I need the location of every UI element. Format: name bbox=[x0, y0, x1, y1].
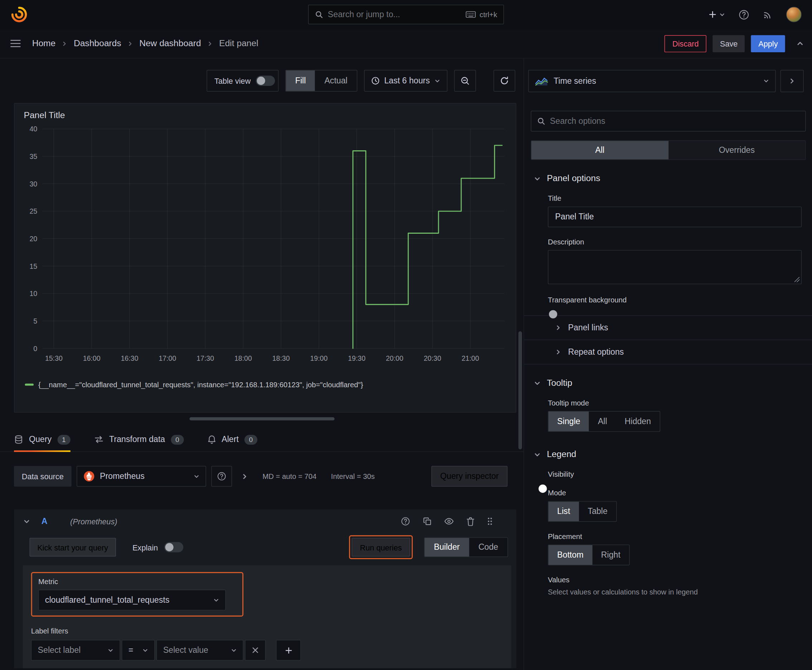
tab-alert-label: Alert bbox=[222, 435, 239, 444]
table-view-toggle[interactable] bbox=[256, 76, 275, 86]
builder-option[interactable]: Builder bbox=[425, 538, 469, 557]
trash-icon[interactable] bbox=[466, 517, 475, 526]
breadcrumb-home[interactable]: Home bbox=[32, 38, 56, 49]
panel-links-section[interactable]: Panel links bbox=[524, 316, 812, 340]
query-count-badge: 1 bbox=[57, 435, 70, 444]
drag-handle-icon[interactable] bbox=[487, 517, 492, 525]
chevron-down-icon bbox=[108, 648, 114, 653]
max-data-points: MD = auto = 704 bbox=[263, 472, 317, 481]
apply-button[interactable]: Apply bbox=[751, 35, 785, 52]
panel-title-input[interactable]: Panel Title bbox=[548, 206, 802, 227]
kick-start-button[interactable]: Kick start your query bbox=[29, 538, 116, 557]
menu-icon[interactable] bbox=[10, 39, 21, 47]
query-ref-id[interactable]: A bbox=[42, 517, 47, 526]
fill-actual-switch: Fill Actual bbox=[285, 70, 357, 91]
tab-alert[interactable]: Alert 0 bbox=[208, 428, 258, 452]
time-range-picker[interactable]: Last 6 hours bbox=[364, 70, 448, 91]
panel-title: Panel Title bbox=[19, 108, 512, 121]
search-placeholder: Search or jump to... bbox=[328, 10, 400, 19]
remove-filter-button[interactable] bbox=[245, 640, 266, 661]
refresh-button[interactable] bbox=[493, 70, 515, 91]
chevron-up-icon[interactable] bbox=[797, 40, 804, 47]
legend-placement-bottom-option[interactable]: Bottom bbox=[549, 545, 592, 565]
tab-all[interactable]: All bbox=[531, 140, 668, 159]
run-queries-button[interactable]: Run queries bbox=[352, 538, 410, 557]
chevron-down-icon bbox=[214, 597, 219, 603]
metric-select[interactable]: cloudflared_tunnel_total_requests bbox=[38, 589, 226, 610]
database-icon bbox=[14, 435, 23, 444]
user-avatar[interactable] bbox=[786, 7, 802, 22]
chevron-down-icon bbox=[763, 78, 769, 84]
timeseries-chart: 051015202530354015:3016:0016:3017:0017:3… bbox=[19, 122, 512, 378]
legend-mode-list-option[interactable]: List bbox=[549, 502, 579, 521]
resize-grip-icon[interactable] bbox=[795, 277, 800, 282]
tab-overrides[interactable]: Overrides bbox=[668, 140, 805, 159]
visualization-picker[interactable]: Time series bbox=[528, 70, 775, 92]
svg-text:17:00: 17:00 bbox=[159, 354, 176, 362]
query-options-expander[interactable] bbox=[241, 473, 248, 480]
tab-query[interactable]: Query 1 bbox=[14, 428, 70, 452]
section-legend[interactable]: Legend bbox=[524, 431, 812, 460]
legend-placement-right-option[interactable]: Right bbox=[592, 545, 629, 565]
new-dropdown-button[interactable] bbox=[709, 10, 725, 19]
breadcrumb-new-dashboard[interactable]: New dashboard bbox=[139, 38, 201, 49]
duplicate-icon[interactable] bbox=[423, 517, 431, 525]
explain-toggle[interactable] bbox=[164, 542, 183, 552]
grafana-app: Search or jump to... ctrl+k bbox=[0, 0, 812, 670]
plus-icon bbox=[709, 10, 717, 19]
datasource-select[interactable]: Prometheus bbox=[76, 466, 206, 487]
eye-icon[interactable] bbox=[444, 518, 454, 524]
metric-value: cloudflared_tunnel_total_requests bbox=[45, 595, 170, 604]
tab-transform[interactable]: Transform data 0 bbox=[94, 428, 184, 452]
chevron-down-icon[interactable] bbox=[23, 518, 30, 524]
tooltip-single-option[interactable]: Single bbox=[549, 411, 589, 431]
pane-resize-handle[interactable] bbox=[190, 417, 334, 421]
legend-values-label: Values bbox=[548, 575, 802, 584]
add-filter-button[interactable] bbox=[276, 640, 301, 661]
help-icon[interactable] bbox=[401, 517, 410, 526]
visualization-name: Time series bbox=[554, 76, 596, 86]
grafana-logo-icon[interactable] bbox=[10, 6, 28, 23]
tab-query-label: Query bbox=[29, 435, 52, 444]
plus-icon bbox=[285, 646, 293, 654]
timeseries-viz-icon bbox=[535, 76, 549, 86]
breadcrumb-dashboards[interactable]: Dashboards bbox=[74, 38, 121, 49]
svg-text:15:30: 15:30 bbox=[45, 354, 63, 362]
svg-text:5: 5 bbox=[33, 317, 37, 325]
interval: Interval = 30s bbox=[331, 472, 375, 481]
series-label[interactable]: {__name__="cloudflared_tunnel_total_requ… bbox=[38, 381, 363, 389]
options-sidebar: Time series Search options A bbox=[524, 58, 812, 670]
title-field-label: Title bbox=[548, 194, 802, 202]
code-option[interactable]: Code bbox=[469, 538, 507, 557]
chevron-right-icon bbox=[62, 41, 68, 47]
select-value-dropdown[interactable]: Select value bbox=[156, 640, 244, 661]
actual-option[interactable]: Actual bbox=[315, 71, 357, 91]
discard-button[interactable]: Discard bbox=[665, 35, 706, 52]
datasource-help-button[interactable] bbox=[211, 466, 232, 487]
section-tooltip[interactable]: Tooltip bbox=[524, 364, 812, 388]
help-icon[interactable] bbox=[739, 9, 749, 20]
section-panel-options[interactable]: Panel options bbox=[524, 160, 812, 184]
fill-option[interactable]: Fill bbox=[286, 71, 315, 91]
options-search-input[interactable]: Search options bbox=[531, 111, 806, 132]
global-search-input[interactable]: Search or jump to... ctrl+k bbox=[308, 5, 504, 24]
news-icon[interactable] bbox=[763, 10, 773, 19]
query-options-summary[interactable]: MD = auto = 704 Interval = 30s bbox=[263, 472, 375, 481]
svg-text:20: 20 bbox=[29, 235, 37, 243]
legend-mode-table-option[interactable]: Table bbox=[579, 502, 617, 521]
zoom-out-button[interactable] bbox=[454, 70, 476, 91]
description-textarea[interactable] bbox=[548, 250, 802, 284]
select-label-placeholder: Select label bbox=[38, 646, 81, 655]
toggle-viz-picker-button[interactable] bbox=[780, 70, 804, 92]
select-label-dropdown[interactable]: Select label bbox=[31, 640, 120, 661]
tooltip-hidden-option[interactable]: Hidden bbox=[616, 411, 660, 431]
repeat-options-label: Repeat options bbox=[568, 347, 624, 357]
datasource-label: Data source bbox=[14, 466, 71, 487]
query-header: A (Prometheus) bbox=[14, 509, 516, 533]
operator-dropdown[interactable]: = bbox=[122, 640, 155, 661]
query-inspector-button[interactable]: Query inspector bbox=[431, 466, 508, 487]
left-scrollbar-thumb[interactable] bbox=[519, 332, 522, 450]
repeat-options-section[interactable]: Repeat options bbox=[524, 340, 812, 364]
tooltip-all-option[interactable]: All bbox=[589, 411, 616, 431]
save-button[interactable]: Save bbox=[713, 35, 745, 52]
